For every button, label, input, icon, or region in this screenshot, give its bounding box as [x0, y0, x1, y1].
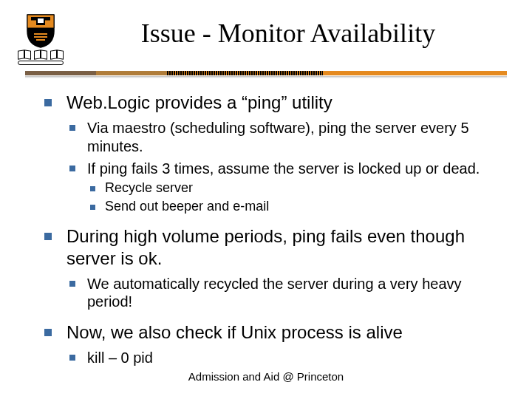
princeton-logo: [15, 13, 66, 65]
slide-header: Issue - Monitor Availability: [0, 0, 532, 65]
bullet-l2: Via maestro (scheduling software), ping …: [66, 119, 502, 155]
bullet-l2: kill – 0 pid: [66, 349, 502, 366]
bullet-l1: Web.Logic provides a “ping” utility Via …: [44, 92, 502, 215]
divider: [0, 65, 532, 78]
books-icon: [18, 50, 64, 59]
bullet-l2: We automatically recycled the server dur…: [66, 275, 502, 311]
bullet-l2: If ping fails 3 times, assume the server…: [66, 160, 502, 215]
bullet-text: If ping fails 3 times, assume the server…: [87, 160, 480, 177]
bullet-text: Via maestro (scheduling software), ping …: [87, 120, 469, 154]
bullet-text: We automatically recycled the server dur…: [87, 276, 462, 310]
slide-footer: Admission and Aid @ Princeton: [0, 370, 532, 383]
bullet-l1: During high volume periods, ping fails e…: [44, 225, 502, 310]
bullet-text: kill – 0 pid: [87, 349, 153, 366]
shield-icon: [26, 13, 55, 49]
banner-icon: [18, 61, 64, 65]
slide-title: Issue - Monitor Availability: [66, 13, 510, 49]
slide-body: Web.Logic provides a “ping” utility Via …: [0, 78, 532, 366]
bullet-text: During high volume periods, ping fails e…: [66, 226, 465, 267]
bullet-text: Send out beeper and e-mail: [105, 199, 269, 214]
bullet-l3: Recycle server: [87, 180, 502, 197]
bullet-l3: Send out beeper and e-mail: [87, 199, 502, 215]
slide: Issue - Monitor Availability Web.Logic p…: [0, 0, 532, 399]
svg-rect-2: [38, 18, 44, 23]
bullet-text: Now, we also check if Unix process is al…: [66, 322, 403, 342]
bullet-l1: Now, we also check if Unix process is al…: [44, 321, 502, 367]
bullet-text: Recycle server: [105, 180, 193, 195]
bullet-text: Web.Logic provides a “ping” utility: [66, 92, 332, 112]
